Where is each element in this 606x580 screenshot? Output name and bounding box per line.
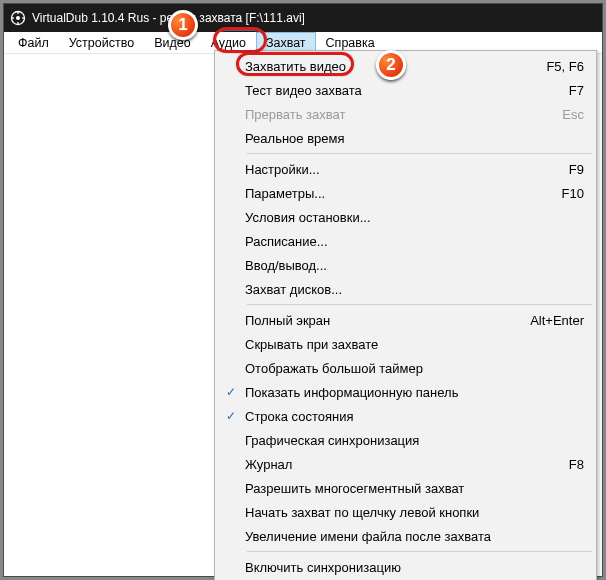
menu-item[interactable]: Расписание... [217,229,594,253]
titlebar: VirtualDub 1.10.4 Rus - режим захвата [F… [4,4,602,32]
menu-item[interactable]: Графическая синхронизация [217,428,594,452]
menu-item-label: Настройки... [245,162,549,177]
menu-item-label: Параметры... [245,186,542,201]
menu-file[interactable]: Файл [8,32,59,53]
menu-item-label: Увеличение имени файла после захвата [245,529,584,544]
menu-item-label: Прервать захват [245,107,542,122]
menu-device[interactable]: Устройство [59,32,144,53]
menu-item[interactable]: Отображать большой таймер [217,356,594,380]
menu-video[interactable]: Видео [144,32,201,53]
menu-item[interactable]: Начать захват по щелчку левой кнопки [217,500,594,524]
menu-item[interactable]: Захватить видеоF5, F6 [217,54,594,78]
menu-item-shortcut: F9 [549,162,584,177]
menu-item-label: Включить синхронизацию [245,560,584,575]
menu-item-label: Захватить видео [245,59,526,74]
menu-item-shortcut: F10 [542,186,584,201]
menu-item-shortcut: Esc [542,107,584,122]
menu-item-label: Полный экран [245,313,510,328]
check-icon: ✓ [217,409,245,423]
menu-separator [247,551,592,552]
menu-item-label: Графическая синхронизация [245,433,584,448]
menu-item[interactable]: Захват дисков... [217,277,594,301]
menu-item-label: Журнал [245,457,549,472]
menu-item-label: Тест видео захвата [245,83,549,98]
window-title: VirtualDub 1.10.4 Rus - режим захвата [F… [32,11,305,25]
menu-item[interactable]: Настройки...F9 [217,157,594,181]
menu-item-label: Расписание... [245,234,584,249]
svg-point-1 [16,16,20,20]
menu-item-label: Строка состояния [245,409,584,424]
menu-item-label: Ввод/вывод... [245,258,584,273]
menu-item-label: Отображать большой таймер [245,361,584,376]
menu-item[interactable]: Ввод/вывод... [217,253,594,277]
menu-item[interactable]: Реальное время [217,126,594,150]
menu-item-shortcut: F7 [549,83,584,98]
menu-item[interactable]: Полный экранAlt+Enter [217,308,594,332]
menu-item[interactable]: Увеличение имени файла после захвата [217,524,594,548]
app-icon [10,10,26,26]
menu-item-label: Скрывать при захвате [245,337,584,352]
menu-item[interactable]: Условия остановки... [217,205,594,229]
menu-item-shortcut: F8 [549,457,584,472]
capture-dropdown: Захватить видеоF5, F6Тест видео захватаF… [214,50,597,580]
menu-item[interactable]: Включить синхронизацию [217,555,594,579]
menu-separator [247,304,592,305]
menu-item[interactable]: ✓Строка состояния [217,404,594,428]
menu-item-label: Захват дисков... [245,282,584,297]
menu-item: Прервать захватEsc [217,102,594,126]
menu-item[interactable]: ✓Показать информационную панель [217,380,594,404]
menu-item[interactable]: Разрешить многосегментный захват [217,476,594,500]
menu-item[interactable]: Параметры...F10 [217,181,594,205]
menu-item[interactable]: Скрывать при захвате [217,332,594,356]
menu-item-label: Условия остановки... [245,210,584,225]
menu-item-label: Показать информационную панель [245,385,584,400]
menu-item-label: Реальное время [245,131,584,146]
menu-item[interactable]: Тест видео захватаF7 [217,78,594,102]
menu-item-label: Начать захват по щелчку левой кнопки [245,505,584,520]
check-icon: ✓ [217,385,245,399]
menu-item[interactable]: ЖурналF8 [217,452,594,476]
menu-separator [247,153,592,154]
menu-item-shortcut: F5, F6 [526,59,584,74]
menu-item-label: Разрешить многосегментный захват [245,481,584,496]
menu-item-shortcut: Alt+Enter [510,313,584,328]
